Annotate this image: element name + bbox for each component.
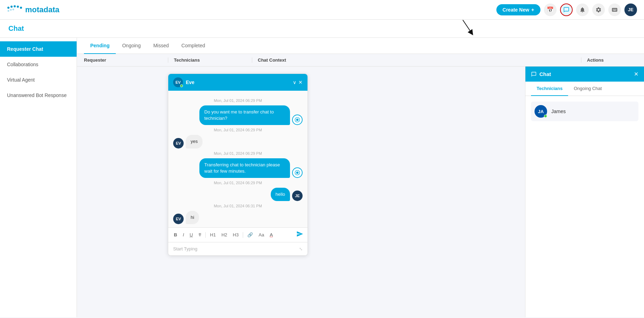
h1-button[interactable]: H1 xyxy=(208,231,217,238)
chat-input-area[interactable]: Start Typing ⤡ xyxy=(168,242,307,255)
create-new-button[interactable]: Create New + xyxy=(496,4,540,15)
header: motadata Create New + 📅 JE xyxy=(0,0,644,20)
col-actions: Actions xyxy=(581,57,637,63)
gear-icon-button[interactable] xyxy=(592,4,605,16)
svg-point-12 xyxy=(296,172,299,174)
sidebar-item-collaborations[interactable]: Collaborations xyxy=(0,57,77,72)
right-panel-tabs: Technicians Ongoing Chat xyxy=(525,82,644,96)
svg-point-5 xyxy=(8,10,9,12)
user-avatar-button[interactable]: JE xyxy=(624,4,637,16)
bell-icon-button[interactable] xyxy=(576,4,589,16)
col-requester: Requester xyxy=(84,57,168,63)
user-bubble-2: hi xyxy=(186,211,199,224)
chat-popup: EV Eve ∨ ✕ Mon, Jul 01, 2024 06:29 PM xyxy=(168,74,308,256)
keyboard-icon-button[interactable] xyxy=(608,4,621,16)
chat-content: EV Eve ∨ ✕ Mon, Jul 01, 2024 06:29 PM xyxy=(77,67,644,317)
message-row-1: Do you want me to transfer chat to techn… xyxy=(173,105,303,125)
tab-completed[interactable]: Completed xyxy=(175,38,212,54)
h3-button[interactable]: H3 xyxy=(232,231,240,238)
toolbar-divider-2 xyxy=(243,232,243,238)
svg-point-10 xyxy=(296,119,299,121)
logo-text: motadata xyxy=(25,5,59,14)
technician-online-indicator xyxy=(544,115,547,118)
svg-point-4 xyxy=(20,7,22,9)
logo: motadata xyxy=(7,5,59,15)
chat-icon xyxy=(563,7,569,13)
send-button[interactable] xyxy=(296,230,303,239)
bot-bubble-2: Transferring chat to technician please w… xyxy=(199,158,290,178)
bold-button[interactable]: B xyxy=(172,231,178,238)
right-panel-header: Chat ✕ xyxy=(525,67,644,82)
message-row-3: Transferring chat to technician please w… xyxy=(173,158,303,178)
svg-point-1 xyxy=(10,6,13,8)
bot-avatar-2 xyxy=(292,167,303,178)
font-color-button[interactable]: A xyxy=(268,231,274,238)
technician-avatar-james: JA xyxy=(535,105,547,118)
strikethrough-button[interactable]: T xyxy=(197,231,203,238)
sidebar-item-requester-chat[interactable]: Requester Chat xyxy=(0,41,77,57)
page-title: Chat xyxy=(8,25,636,33)
timestamp-1: Mon, Jul 01, 2024 06:29 PM xyxy=(173,98,303,103)
agent-bubble-1: hello xyxy=(271,188,290,201)
message-row-5: EV hi xyxy=(173,211,303,224)
svg-point-6 xyxy=(10,9,12,11)
chat-toolbar: B I U T H1 H2 H3 🔗 Aa A xyxy=(168,227,307,242)
close-chat-button[interactable]: ✕ xyxy=(298,80,303,85)
right-panel-close-button[interactable]: ✕ xyxy=(634,71,638,77)
chat-icon-button[interactable] xyxy=(560,4,573,16)
main-layout: Requester Chat Collaborations Virtual Ag… xyxy=(0,38,644,317)
user-avatar-msg: EV xyxy=(173,138,184,148)
tabs-bar: Pending Ongoing Missed Completed xyxy=(77,38,644,54)
right-panel-tab-technicians[interactable]: Technicians xyxy=(531,82,568,96)
chat-user-avatar: EV xyxy=(173,77,183,87)
svg-point-0 xyxy=(7,7,9,9)
tab-pending[interactable]: Pending xyxy=(84,38,116,54)
user-bubble-1: yes xyxy=(186,135,203,148)
chat-popup-header: EV Eve ∨ ✕ xyxy=(168,74,307,91)
chat-input-placeholder: Start Typing xyxy=(173,246,197,251)
resize-handle[interactable]: ⤡ xyxy=(299,247,303,251)
online-indicator xyxy=(180,84,183,87)
timestamp-msg1: Mon, Jul 01, 2024 06:29 PM xyxy=(173,128,303,132)
chat-user-name: Eve xyxy=(186,80,290,85)
minimize-chat-button[interactable]: ∨ xyxy=(293,80,296,85)
content-area: Pending Ongoing Missed Completed Request… xyxy=(77,38,644,317)
tab-missed[interactable]: Missed xyxy=(147,38,175,54)
right-panel: Chat ✕ Technicians Ongoing Chat JA James xyxy=(525,67,644,317)
toolbar-divider-1 xyxy=(205,232,206,238)
bell-icon xyxy=(579,7,586,13)
sidebar-item-virtual-agent[interactable]: Virtual Agent xyxy=(0,72,77,88)
gear-icon xyxy=(595,7,602,13)
svg-point-7 xyxy=(13,8,14,10)
technician-item-james[interactable]: JA James xyxy=(531,102,638,121)
h2-button[interactable]: H2 xyxy=(220,231,229,238)
sidebar-item-unanswered-bot[interactable]: Unanswered Bot Response xyxy=(0,88,77,103)
page-title-bar: Chat xyxy=(0,20,644,38)
user-avatar-msg2: EV xyxy=(173,214,184,224)
right-panel-title-group: Chat xyxy=(531,71,551,77)
agent-avatar: JE xyxy=(292,191,303,201)
right-panel-content: JA James xyxy=(525,96,644,127)
calendar-icon-button[interactable]: 📅 xyxy=(544,4,557,16)
header-right: Create New + 📅 JE xyxy=(496,4,637,16)
underline-button[interactable]: U xyxy=(188,231,194,238)
svg-point-3 xyxy=(17,6,19,8)
table-header: Requester Technicians Chat Context Actio… xyxy=(77,54,644,67)
chat-popup-header-actions: ∨ ✕ xyxy=(293,80,303,85)
italic-button[interactable]: I xyxy=(181,231,185,238)
timestamp-msg4: Mon, Jul 01, 2024 06:31 PM xyxy=(173,204,303,208)
chat-window-container: EV Eve ∨ ✕ Mon, Jul 01, 2024 06:29 PM xyxy=(77,67,525,317)
bot-bubble-1: Do you want me to transfer chat to techn… xyxy=(199,105,290,125)
message-row-4: hello JE xyxy=(173,188,303,201)
font-size-button[interactable]: Aa xyxy=(257,231,266,238)
link-button[interactable]: 🔗 xyxy=(246,231,254,238)
sidebar: Requester Chat Collaborations Virtual Ag… xyxy=(0,38,77,317)
col-technicians: Technicians xyxy=(168,57,252,63)
tab-ongoing[interactable]: Ongoing xyxy=(116,38,147,54)
message-row-2: EV yes xyxy=(173,135,303,148)
timestamp-msg2: Mon, Jul 01, 2024 06:29 PM xyxy=(173,151,303,155)
chat-messages[interactable]: Mon, Jul 01, 2024 06:29 PM Do you want m… xyxy=(168,91,307,227)
right-panel-tab-ongoing-chat[interactable]: Ongoing Chat xyxy=(568,82,607,96)
bot-avatar-1 xyxy=(292,115,303,125)
right-panel-title: Chat xyxy=(539,71,551,77)
